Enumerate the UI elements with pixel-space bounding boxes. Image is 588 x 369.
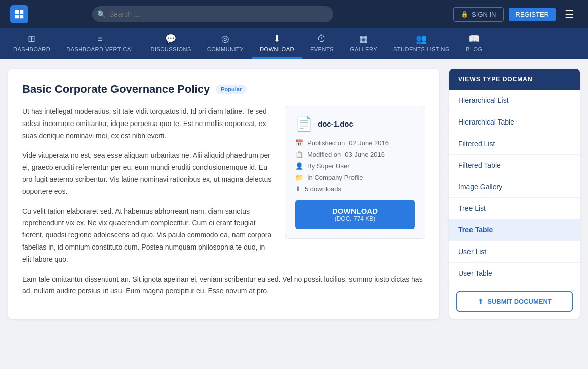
download-button[interactable]: DOWNLOAD (DOC, 774 KB) [295, 200, 415, 229]
secnav-item-blog[interactable]: 📖 BLOG [458, 28, 491, 59]
gallery-icon: ▦ [359, 33, 368, 44]
doc-company-row: 📁 In Company Profile [295, 174, 415, 181]
search-icon: 🔍 [97, 10, 106, 18]
secnav-item-gallery[interactable]: ▦ GALLERY [342, 28, 385, 59]
sidebar-item-user-table[interactable]: User Table [449, 263, 580, 284]
upload-icon: ⬆ [478, 298, 483, 305]
popular-badge: Popular [216, 85, 247, 94]
sidebar-item-tree-table[interactable]: Tree Table [449, 219, 580, 241]
sidebar-item-filtered-list[interactable]: Filtered List [449, 133, 580, 155]
sidebar-card: VIEWS TYPE DOCMAN Hierarchical List Hier… [449, 69, 580, 319]
downloads-count: 5 downloads [305, 185, 341, 193]
folder-icon: 📁 [295, 174, 303, 181]
secnav-item-discussions[interactable]: 💬 DISCUSSIONS [143, 28, 199, 59]
discussions-icon: 💬 [165, 33, 177, 44]
secondary-nav: ⊞ DASHBOARD ≡ DASHBOARD VERTICAL 💬 DISCU… [0, 28, 588, 59]
events-icon: ⏱ [317, 34, 327, 44]
sidebar-header: VIEWS TYPE DOCMAN [449, 69, 580, 90]
topnav-actions: 🔒 SIGN IN REGISTER ☰ [453, 6, 578, 22]
sidebar-item-image-gallery[interactable]: Image Gallery [449, 176, 580, 198]
user-icon: 👤 [295, 162, 303, 170]
submit-document-button[interactable]: ⬆ SUBMIT DOCUMENT [456, 291, 573, 312]
sidebar-item-hierarchical-list[interactable]: Hierarchical List [449, 90, 580, 111]
secnav-item-dashboard[interactable]: ⊞ DASHBOARD [5, 28, 58, 59]
secnav-item-events[interactable]: ⏱ EVENTS [302, 28, 342, 59]
author-label: By Super User [307, 162, 350, 170]
modified-icon: 📋 [295, 151, 303, 158]
register-button[interactable]: REGISTER [509, 8, 556, 21]
sidebar-item-hierarchical-table[interactable]: Hierarchical Table [449, 111, 580, 133]
search-bar: 🔍 [92, 6, 333, 22]
secnav-item-students-listing[interactable]: 👥 STUDENTS LISTING [385, 28, 458, 59]
topnav: 🔍 🔒 SIGN IN REGISTER ☰ [0, 0, 588, 28]
doc-paragraph-4: Eam tale omittantur dissentiunt an. Sit … [22, 274, 425, 298]
doc-downloads-row: ⬇ 5 downloads [295, 185, 415, 193]
sidebar-item-tree-list[interactable]: Tree List [449, 198, 580, 219]
company-label: In Company Profile [307, 174, 363, 181]
dashboard-vertical-icon: ≡ [97, 34, 103, 44]
download-btn-sub: (DOC, 774 KB) [302, 215, 408, 222]
doc-filename: doc-1.doc [318, 119, 354, 128]
download-icon: ⬇ [273, 33, 281, 44]
lock-icon: 🔒 [461, 11, 468, 18]
signin-button[interactable]: 🔒 SIGN IN [453, 7, 503, 22]
logo [10, 5, 28, 23]
search-input[interactable] [92, 6, 333, 22]
doc-author-row: 👤 By Super User [295, 162, 415, 170]
download-count-icon: ⬇ [295, 185, 301, 193]
main-layout: Basic Corporate Governance Policy Popula… [0, 59, 588, 329]
download-btn-label: DOWNLOAD [302, 207, 408, 215]
doc-modified-row: 📋 Modified on 03 June 2016 [295, 151, 415, 158]
menu-button[interactable]: ☰ [561, 6, 578, 22]
community-icon: ◎ [221, 33, 230, 44]
dashboard-icon: ⊞ [28, 33, 36, 44]
doc-file-icon: 📄 [295, 115, 313, 132]
secnav-item-community[interactable]: ◎ COMMUNITY [199, 28, 252, 59]
sidebar-item-filtered-table[interactable]: Filtered Table [449, 155, 580, 176]
doc-published-row: 📅 Published on 02 June 2016 [295, 139, 415, 147]
blog-icon: 📖 [468, 33, 480, 44]
secnav-item-download[interactable]: ⬇ DOWNLOAD [252, 28, 302, 59]
calendar-icon: 📅 [295, 139, 303, 147]
modified-label: Modified on [307, 151, 341, 158]
modified-date: 03 June 2016 [345, 151, 385, 158]
page-title: Basic Corporate Governance Policy [22, 83, 210, 96]
doc-info-header: 📄 doc-1.doc [295, 115, 415, 132]
sidebar: VIEWS TYPE DOCMAN Hierarchical List Hier… [449, 69, 580, 319]
doc-title-row: Basic Corporate Governance Policy Popula… [22, 83, 425, 96]
sidebar-item-user-list[interactable]: User List [449, 241, 580, 263]
published-date: 02 June 2016 [349, 139, 389, 147]
content-area: Basic Corporate Governance Policy Popula… [8, 69, 439, 319]
doc-info-card: 📄 doc-1.doc 📅 Published on 02 June 2016 … [285, 106, 425, 239]
students-listing-icon: 👥 [416, 33, 427, 44]
secnav-item-dashboard-vertical[interactable]: ≡ DASHBOARD VERTICAL [58, 28, 142, 59]
published-label: Published on [307, 139, 345, 147]
